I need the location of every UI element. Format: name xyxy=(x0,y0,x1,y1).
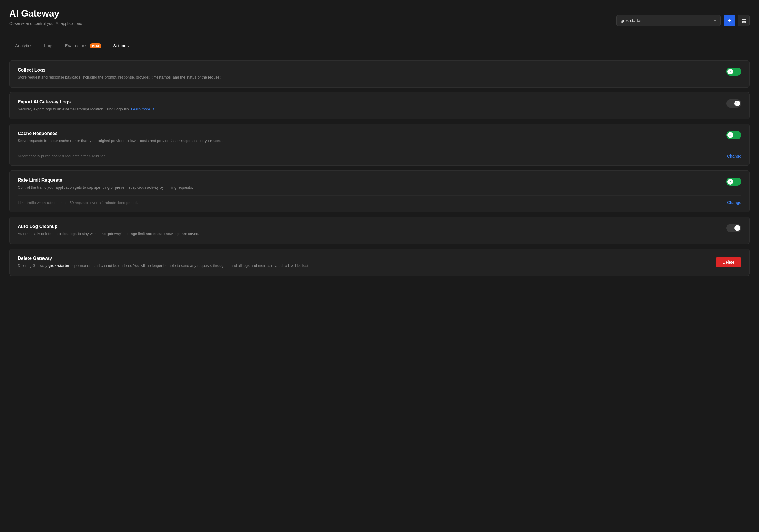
cache-responses-meta: Automatically purge cached requests afte… xyxy=(18,149,741,158)
gateway-select[interactable]: grok-starter xyxy=(617,15,721,26)
tab-analytics[interactable]: Analytics xyxy=(9,40,38,52)
add-gateway-button[interactable]: + xyxy=(724,15,735,26)
auto-log-cleanup-toggle[interactable]: ✕ xyxy=(726,224,741,232)
rate-limit-change-button[interactable]: Change xyxy=(727,200,741,205)
auto-log-cleanup-section: Auto Log Cleanup Automatically delete th… xyxy=(9,217,750,244)
cache-change-button[interactable]: Change xyxy=(727,154,741,158)
collect-logs-toggle[interactable]: ✓ xyxy=(726,67,741,76)
svg-rect-1 xyxy=(744,19,746,20)
export-logs-title: Export AI Gateway Logs xyxy=(18,100,715,104)
header-right: grok-starter ▼ + xyxy=(617,15,750,26)
svg-rect-3 xyxy=(744,21,746,22)
tab-bar: Analytics Logs Evaluations Beta Settings xyxy=(9,40,750,52)
collect-logs-section: Collect Logs Store request and response … xyxy=(9,60,750,88)
svg-rect-0 xyxy=(742,19,744,20)
rate-limit-row: Rate Limit Requests Control the traffic … xyxy=(18,178,741,190)
tab-logs[interactable]: Logs xyxy=(38,40,60,52)
rate-limit-content: Rate Limit Requests Control the traffic … xyxy=(18,178,726,190)
delete-gateway-section: Delete Gateway Deleting Gateway grok-sta… xyxy=(9,249,750,276)
auto-log-cleanup-content: Auto Log Cleanup Automatically delete th… xyxy=(18,224,726,237)
page-header: AI Gateway Observe and control your AI a… xyxy=(9,8,750,33)
cache-responses-row: Cache Responses Serve requests from our … xyxy=(18,131,741,144)
rate-limit-meta: Limit traffic when rate exceeds 50 reque… xyxy=(18,195,741,205)
cache-responses-content: Cache Responses Serve requests from our … xyxy=(18,131,726,144)
export-logs-toggle[interactable]: ✕ xyxy=(726,100,741,107)
external-link-icon: ↗ xyxy=(152,107,155,112)
export-logs-desc: Securely export logs to an external stor… xyxy=(18,106,715,112)
collect-logs-content: Collect Logs Store request and response … xyxy=(18,67,726,80)
gateway-select-wrapper: grok-starter ▼ xyxy=(617,15,721,26)
delete-gateway-title: Delete Gateway xyxy=(18,256,704,261)
export-logs-content: Export AI Gateway Logs Securely export l… xyxy=(18,100,726,112)
toggle-knob: ✓ xyxy=(727,179,733,184)
toggle-slider-on: ✓ xyxy=(726,131,741,139)
cache-responses-section: Cache Responses Serve requests from our … xyxy=(9,124,750,166)
rate-limit-title: Rate Limit Requests xyxy=(18,178,715,183)
collect-logs-row: Collect Logs Store request and response … xyxy=(18,67,741,80)
toggle-slider-off: ✕ xyxy=(726,100,741,107)
rate-limit-desc: Control the traffic your application get… xyxy=(18,184,715,190)
auto-log-cleanup-desc: Automatically delete the oldest logs to … xyxy=(18,231,715,237)
evaluations-beta-badge: Beta xyxy=(90,43,101,48)
export-logs-row: Export AI Gateway Logs Securely export l… xyxy=(18,100,741,112)
rate-limit-section: Rate Limit Requests Control the traffic … xyxy=(9,170,750,212)
learn-more-link[interactable]: Learn more ↗ xyxy=(131,107,155,111)
delete-gateway-desc: Deleting Gateway grok-starter is permane… xyxy=(18,263,704,269)
delete-gateway-content: Delete Gateway Deleting Gateway grok-sta… xyxy=(18,256,716,269)
toggle-slider-on: ✓ xyxy=(726,178,741,186)
cache-responses-title: Cache Responses xyxy=(18,131,715,136)
toggle-knob: ✓ xyxy=(727,69,733,74)
page-subtitle: Observe and control your AI applications xyxy=(9,21,617,26)
grid-icon xyxy=(741,18,746,23)
svg-rect-2 xyxy=(742,21,744,22)
grid-view-button[interactable] xyxy=(738,15,750,26)
header-left: AI Gateway Observe and control your AI a… xyxy=(9,8,617,33)
toggle-slider-off: ✕ xyxy=(726,224,741,232)
tab-evaluations[interactable]: Evaluations Beta xyxy=(60,40,107,52)
cache-meta-text: Automatically purge cached requests afte… xyxy=(18,154,106,158)
rate-limit-toggle[interactable]: ✓ xyxy=(726,178,741,186)
auto-log-cleanup-title: Auto Log Cleanup xyxy=(18,224,715,229)
toggle-knob: ✓ xyxy=(727,132,733,138)
collect-logs-title: Collect Logs xyxy=(18,67,715,73)
cache-responses-desc: Serve requests from our cache rather tha… xyxy=(18,138,715,144)
page-title: AI Gateway xyxy=(9,8,617,19)
collect-logs-desc: Store request and response payloads, inc… xyxy=(18,74,715,80)
export-logs-section: Export AI Gateway Logs Securely export l… xyxy=(9,92,750,119)
cache-responses-toggle[interactable]: ✓ xyxy=(726,131,741,139)
delete-gateway-name: grok-starter xyxy=(48,264,69,268)
tab-settings[interactable]: Settings xyxy=(107,40,135,52)
rate-limit-meta-text: Limit traffic when rate exceeds 50 reque… xyxy=(18,200,138,205)
toggle-knob: ✕ xyxy=(735,101,740,106)
toggle-knob: ✕ xyxy=(735,225,740,231)
toggle-slider-on: ✓ xyxy=(726,67,741,76)
auto-log-cleanup-row: Auto Log Cleanup Automatically delete th… xyxy=(18,224,741,237)
delete-gateway-button[interactable]: Delete xyxy=(716,257,741,267)
